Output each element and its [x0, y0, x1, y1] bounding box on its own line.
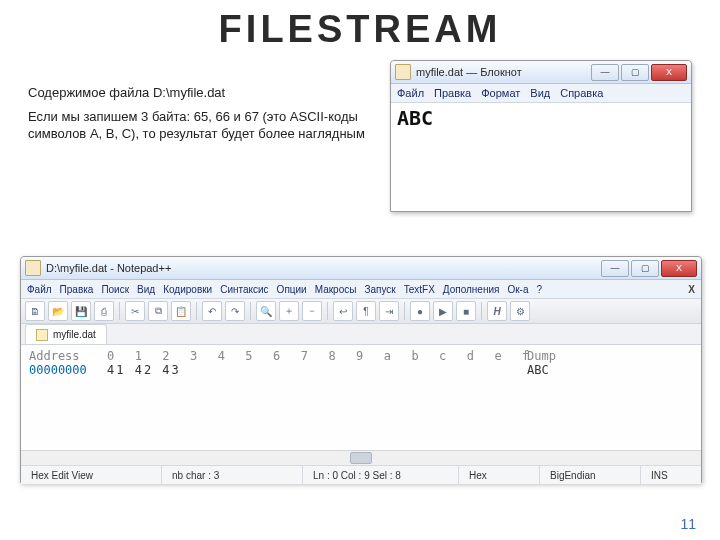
play-macro-icon[interactable]: ▶: [433, 301, 453, 321]
hex-row-address: 00000000: [29, 363, 107, 377]
settings-icon[interactable]: ⚙: [510, 301, 530, 321]
npp-menu: Файл Правка Поиск Вид Кодировки Синтакси…: [21, 280, 701, 299]
npp-statusbar: Hex Edit View nb char : 3 Ln : 0 Col : 9…: [21, 465, 701, 484]
menu-syntax[interactable]: Синтаксис: [220, 284, 268, 295]
description-line2: Если мы запишем 3 байта: 65, 66 и 67 (эт…: [28, 108, 368, 143]
description-block: Содержимое файла D:\myfile.dat Если мы з…: [28, 78, 368, 149]
hex-header-columns: 0 1 2 3 4 5 6 7 8 9 a b c d e f: [107, 349, 527, 363]
npp-titlebar[interactable]: D:\myfile.dat - Notepad++ — ▢ X: [21, 257, 701, 280]
notepad-titlebar[interactable]: myfile.dat — Блокнот — ▢ X: [391, 61, 691, 84]
menu-textfx[interactable]: TextFX: [404, 284, 435, 295]
description-line1: Содержимое файла D:\myfile.dat: [28, 84, 368, 102]
status-chars: nb char : 3: [162, 466, 303, 484]
close-button[interactable]: X: [661, 260, 697, 277]
hex-header-address: Address: [29, 349, 107, 363]
tab-label: myfile.dat: [53, 329, 96, 340]
page-number: 11: [680, 516, 696, 532]
zoom-in-icon[interactable]: ＋: [279, 301, 299, 321]
notepadpp-window: D:\myfile.dat - Notepad++ — ▢ X Файл Пра…: [20, 256, 702, 483]
copy-icon[interactable]: ⧉: [148, 301, 168, 321]
menu-windows[interactable]: Ок-а: [507, 284, 528, 295]
hex-data-row: 00000000 41 42 43 ABC: [29, 363, 693, 377]
hex-row-dump: ABC: [527, 363, 607, 377]
save-all-icon[interactable]: ⎙: [94, 301, 114, 321]
npp-app-icon: [25, 260, 41, 276]
menu-macros[interactable]: Макросы: [315, 284, 357, 295]
notepad-text-area[interactable]: ABC: [391, 103, 691, 133]
npp-title: D:\myfile.dat - Notepad++: [46, 262, 601, 274]
menu-help[interactable]: Справка: [560, 87, 603, 99]
menu-view[interactable]: Вид: [137, 284, 155, 295]
minimize-button[interactable]: —: [601, 260, 629, 277]
status-view: Hex Edit View: [21, 466, 162, 484]
stop-macro-icon[interactable]: ■: [456, 301, 476, 321]
status-mode: Hex: [459, 466, 540, 484]
paste-icon[interactable]: 📋: [171, 301, 191, 321]
toolbar-separator: [404, 302, 405, 320]
search-icon[interactable]: 🔍: [256, 301, 276, 321]
toolbar-separator: [119, 302, 120, 320]
file-icon: [36, 329, 48, 341]
menu-plugins[interactable]: Дополнения: [443, 284, 500, 295]
zoom-out-icon[interactable]: －: [302, 301, 322, 321]
menu-format[interactable]: Формат: [481, 87, 520, 99]
indent-guide-icon[interactable]: ⇥: [379, 301, 399, 321]
record-macro-icon[interactable]: ●: [410, 301, 430, 321]
maximize-button[interactable]: ▢: [631, 260, 659, 277]
menu-options[interactable]: Опции: [277, 284, 307, 295]
cut-icon[interactable]: ✂: [125, 301, 145, 321]
open-file-icon[interactable]: 📂: [48, 301, 68, 321]
horizontal-scrollbar[interactable]: [21, 450, 701, 465]
hex-row-bytes: 41 42 43: [107, 363, 527, 377]
maximize-button[interactable]: ▢: [621, 64, 649, 81]
show-symbols-icon[interactable]: ¶: [356, 301, 376, 321]
tab-myfile[interactable]: myfile.dat: [25, 324, 107, 344]
doc-close-icon[interactable]: X: [688, 284, 695, 295]
toolbar-separator: [250, 302, 251, 320]
redo-icon[interactable]: ↷: [225, 301, 245, 321]
toolbar-separator: [327, 302, 328, 320]
status-ins: INS: [641, 466, 701, 484]
notepad-menu: Файл Правка Формат Вид Справка: [391, 84, 691, 103]
npp-toolbar: 🗎 📂 💾 ⎙ ✂ ⧉ 📋 ↶ ↷ 🔍 ＋ － ↩ ¶ ⇥ ● ▶ ■ H ⚙: [21, 299, 701, 324]
hex-editor-area[interactable]: Address 0 1 2 3 4 5 6 7 8 9 a b c d e f …: [21, 345, 701, 465]
notepad-file-icon: [395, 64, 411, 80]
hex-view-icon[interactable]: H: [487, 301, 507, 321]
toolbar-separator: [196, 302, 197, 320]
menu-encoding[interactable]: Кодировки: [163, 284, 212, 295]
status-position: Ln : 0 Col : 9 Sel : 8: [303, 466, 459, 484]
hex-header-row: Address 0 1 2 3 4 5 6 7 8 9 a b c d e f …: [29, 349, 693, 363]
hex-header-dump: Dump: [527, 349, 607, 363]
scrollbar-thumb[interactable]: [350, 452, 372, 464]
close-button[interactable]: X: [651, 64, 687, 81]
notepad-window: myfile.dat — Блокнот — ▢ X Файл Правка Ф…: [390, 60, 692, 212]
menu-search[interactable]: Поиск: [101, 284, 129, 295]
notepad-title: myfile.dat — Блокнот: [416, 66, 591, 78]
slide-title: FILESTREAM: [0, 8, 720, 51]
menu-edit[interactable]: Правка: [434, 87, 471, 99]
status-endian: BigEndian: [540, 466, 641, 484]
save-icon[interactable]: 💾: [71, 301, 91, 321]
new-file-icon[interactable]: 🗎: [25, 301, 45, 321]
toolbar-separator: [481, 302, 482, 320]
menu-help[interactable]: ?: [537, 284, 543, 295]
menu-file[interactable]: Файл: [397, 87, 424, 99]
menu-view[interactable]: Вид: [530, 87, 550, 99]
npp-tabbar: myfile.dat: [21, 324, 701, 345]
menu-file[interactable]: Файл: [27, 284, 52, 295]
menu-run[interactable]: Запуск: [364, 284, 395, 295]
wrap-icon[interactable]: ↩: [333, 301, 353, 321]
minimize-button[interactable]: —: [591, 64, 619, 81]
menu-edit[interactable]: Правка: [60, 284, 94, 295]
undo-icon[interactable]: ↶: [202, 301, 222, 321]
